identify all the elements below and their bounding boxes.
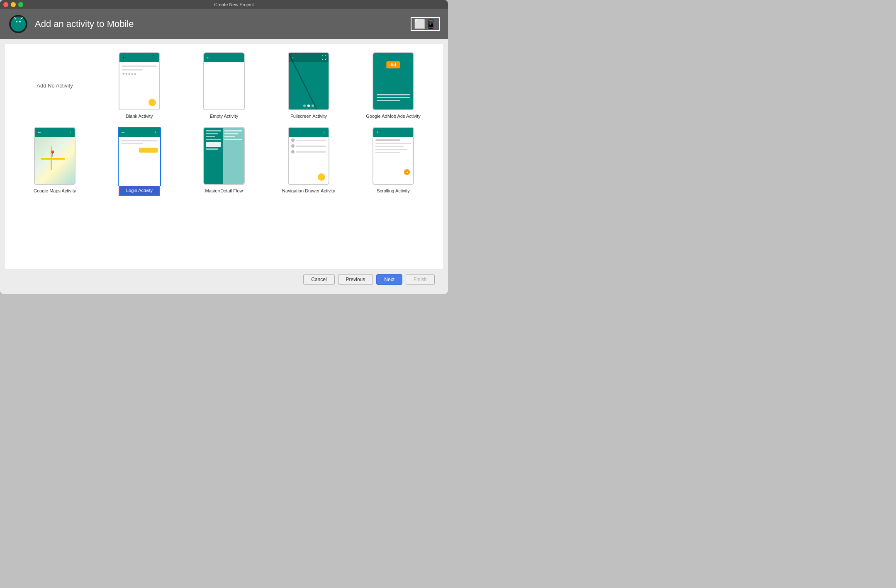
android-logo-icon	[8, 14, 28, 34]
next-button[interactable]: Next	[376, 274, 402, 285]
maps-activity-preview: ← ⋮ 📍	[34, 127, 75, 185]
finish-button: Finish	[406, 274, 435, 285]
svg-rect-3	[14, 23, 22, 28]
traffic-lights	[3, 2, 23, 7]
mock-fab	[149, 99, 156, 106]
activity-grid: Add No Activity ← ⋮ ★★★★★	[17, 52, 431, 196]
activity-item-login-activity[interactable]: ← ⋮ Login Activity	[102, 127, 177, 196]
diagonal-line-icon	[289, 53, 329, 109]
scrolling-content	[373, 137, 413, 157]
svg-line-8	[289, 53, 317, 109]
content-line	[375, 152, 400, 153]
previous-button[interactable]: Previous	[338, 274, 373, 285]
master-line	[206, 130, 221, 131]
back-arrow-icon: ←	[206, 55, 211, 61]
ad-line	[377, 94, 410, 95]
fab-icon	[318, 173, 325, 181]
maximize-button[interactable]	[18, 2, 23, 7]
close-button[interactable]	[3, 2, 8, 7]
blank-activity-preview: ← ⋮ ★★★★★	[119, 52, 160, 110]
ad-line	[377, 97, 410, 98]
content-line	[375, 146, 404, 147]
activity-item-add-no-activity[interactable]: Add No Activity	[17, 52, 92, 119]
mock-line	[122, 66, 157, 67]
activity-item-nav-drawer[interactable]: ⋮	[271, 127, 346, 196]
fullscreen-activity-preview: ← ⛶	[288, 52, 329, 110]
admob-activity-label: Google AdMob Ads Activity	[366, 114, 420, 119]
mock-line	[122, 69, 143, 70]
window-title: Create New Project	[23, 2, 445, 7]
scrolling-activity-label: Scrolling Activity	[377, 188, 409, 193]
minimize-button[interactable]	[11, 2, 16, 7]
blank-activity-label: Blank Activity	[126, 114, 153, 119]
mock-stars: ★★★★★	[122, 72, 157, 76]
activity-item-scrolling[interactable]: ⋮ ★ Scrolling Activity	[356, 127, 431, 196]
map-area: 📍	[35, 137, 75, 184]
menu-dots-icon: ⋮	[151, 54, 157, 62]
master-line	[206, 148, 218, 150]
nav-dot	[312, 104, 314, 107]
nav-dot	[303, 104, 306, 107]
header-title: Add an activity to Mobile	[35, 19, 134, 29]
detail-line	[224, 133, 239, 134]
google-maps-label: Google Maps Activity	[34, 188, 76, 193]
star-badge-icon: ★	[404, 169, 410, 175]
activity-item-fullscreen-activity[interactable]: ← ⛶ Fullscreen Activity	[271, 52, 346, 119]
cancel-button[interactable]: Cancel	[303, 274, 334, 285]
drawer-item	[291, 138, 326, 142]
master-detail-label: Master/Detail Flow	[205, 188, 243, 193]
login-activity-preview: ← ⋮	[119, 128, 160, 186]
mock-button	[139, 148, 158, 153]
activity-item-empty-activity[interactable]: ← Empty Activity	[187, 52, 261, 119]
master-detail-preview	[203, 127, 245, 185]
back-arrow-icon: ←	[122, 54, 128, 61]
header: Add an activity to Mobile ⬜📱	[0, 9, 448, 39]
bottom-bar: Cancel Previous Next Finish	[5, 270, 443, 289]
title-line	[375, 139, 400, 141]
content-line	[375, 143, 411, 144]
drawer-item	[291, 150, 326, 153]
login-activity-preview-wrapper: ← ⋮	[118, 127, 161, 186]
nav-dots	[303, 104, 314, 107]
menu-dots-icon: ⋮	[68, 130, 73, 135]
menu-dots-icon: ⋮	[375, 130, 380, 135]
drawer-line	[296, 151, 326, 153]
drawer-line	[296, 140, 326, 141]
activity-grid-container: Add No Activity ← ⋮ ★★★★★	[5, 44, 443, 270]
admob-activity-preview: Ad	[373, 52, 414, 110]
activity-item-admob-activity[interactable]: Ad Google AdMob Ads Activity	[356, 52, 431, 119]
menu-dots-icon: ⋮	[153, 130, 158, 135]
map-road	[41, 158, 65, 160]
nav-drawer-label: Navigation Drawer Activity	[282, 188, 335, 193]
login-content	[119, 137, 160, 156]
drawer-circle-icon	[291, 150, 295, 153]
drawer-line	[296, 146, 326, 147]
activity-item-master-detail[interactable]: Master/Detail Flow	[187, 127, 261, 196]
ad-badge: Ad	[386, 61, 400, 68]
scrolling-activity-preview: ⋮ ★	[373, 127, 414, 185]
svg-point-5	[19, 21, 21, 22]
activity-item-google-maps[interactable]: ← ⋮ 📍 Google Maps Activity	[17, 127, 92, 196]
svg-point-4	[16, 21, 17, 22]
menu-dots-icon: ⋮	[322, 130, 326, 135]
mock-line	[121, 140, 158, 141]
drawer-items	[289, 137, 329, 158]
detail-line	[224, 136, 235, 137]
activity-item-blank-activity[interactable]: ← ⋮ ★★★★★ Blank Activity	[102, 52, 177, 119]
detail-line	[224, 130, 242, 131]
content-line	[375, 149, 407, 150]
master-panel	[204, 128, 223, 184]
drawer-circle-icon	[291, 138, 295, 142]
device-icon: ⬜📱	[411, 17, 440, 31]
empty-activity-preview: ←	[203, 52, 245, 110]
selected-master-line	[206, 142, 221, 147]
nav-drawer-preview: ⋮	[288, 127, 329, 185]
add-no-activity-label: Add No Activity	[37, 83, 73, 89]
window: Create New Project Add an activity to Mo…	[0, 0, 448, 294]
title-bar: Create New Project	[0, 0, 448, 9]
fullscreen-activity-label: Fullscreen Activity	[290, 114, 327, 119]
drawer-circle-icon	[291, 144, 295, 148]
master-line	[206, 139, 221, 140]
detail-panel	[223, 128, 244, 184]
detail-line	[224, 139, 242, 140]
